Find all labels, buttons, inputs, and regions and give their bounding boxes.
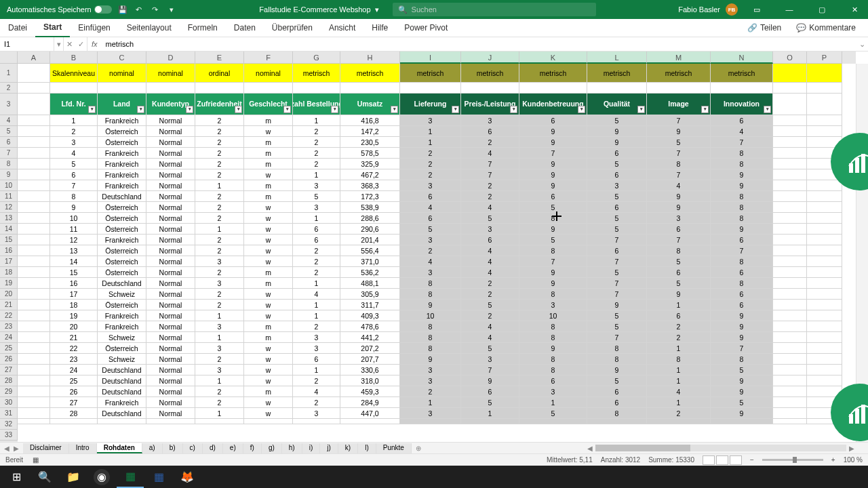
cell[interactable] [773,408,807,419]
cell[interactable] [773,202,807,213]
spreadsheet-grid[interactable]: ABCDEFGHIJKLMNOP 12345678910111213141516… [0,52,868,442]
cell[interactable]: 3 [195,256,244,267]
cell[interactable]: metrisch [340,64,400,83]
table-header[interactable]: Geschlecht▾ [244,94,293,115]
cell[interactable] [340,419,400,424]
cell[interactable]: 3 [461,354,519,365]
filter-dropdown-icon[interactable]: ▾ [137,106,144,113]
cell[interactable]: 8 [519,213,587,224]
cell[interactable] [773,256,807,267]
cell[interactable]: 26 [50,386,98,397]
cell[interactable]: 4 [293,289,340,300]
cell[interactable]: 8 [400,321,461,332]
cell[interactable]: 13 [50,245,98,256]
cell[interactable]: 1 [195,180,244,191]
cell[interactable]: 20 [50,321,98,332]
cell[interactable]: 284,9 [340,397,400,408]
cell[interactable]: 1 [293,365,340,375]
cell[interactable]: 1 [519,397,587,408]
cell[interactable]: Frankreich [98,321,146,332]
cell[interactable]: 7 [647,115,711,126]
cell[interactable]: 1 [400,137,461,148]
cell[interactable]: 311,7 [340,300,400,310]
cell[interactable]: Skalenniveau [50,64,98,83]
cell[interactable]: 8 [711,354,773,365]
cell[interactable]: 1 [647,300,711,310]
cell[interactable] [50,419,98,424]
cell[interactable]: 207,7 [340,354,400,365]
cell[interactable] [807,115,842,126]
ribbon-tab-ansicht[interactable]: Ansicht [321,19,363,37]
cell[interactable]: 4 [461,332,519,343]
cell[interactable]: 3 [400,375,461,386]
row-header[interactable]: 11 [0,191,18,202]
cell[interactable]: Normal [146,321,195,332]
cell[interactable]: 2 [195,148,244,159]
cell[interactable]: Österreich [98,137,146,148]
cell[interactable]: 2 [195,267,244,278]
cell[interactable]: 8 [711,202,773,213]
obs-icon[interactable]: ◉ [94,469,110,485]
close-button[interactable]: ✕ [841,0,868,19]
cell[interactable]: 2 [461,310,519,321]
cell[interactable]: 2 [195,115,244,126]
cell[interactable]: 4 [647,180,711,191]
cell[interactable]: w [244,310,293,321]
cell[interactable] [773,224,807,235]
cell[interactable] [773,64,807,83]
cell[interactable]: Normal [146,408,195,419]
cell[interactable] [18,386,50,397]
cell[interactable]: 368,3 [340,180,400,191]
cell[interactable]: 2 [461,278,519,289]
cell[interactable] [773,343,807,354]
cell[interactable]: 7 [647,169,711,180]
cell[interactable] [773,137,807,148]
cell[interactable]: 3 [519,386,587,397]
cell[interactable]: Deutschland [98,375,146,386]
cell[interactable]: 8 [711,159,773,169]
cell[interactable]: 5 [519,202,587,213]
cell[interactable]: 11 [50,224,98,235]
cell[interactable]: Normal [146,332,195,343]
cell[interactable]: Frankreich [98,115,146,126]
cell[interactable] [807,375,842,386]
cell[interactable]: 16 [50,278,98,289]
ribbon-tab-daten[interactable]: Daten [226,19,264,37]
cell[interactable] [519,83,587,94]
cell[interactable] [18,245,50,256]
column-header[interactable]: E [195,52,244,64]
filter-dropdown-icon[interactable]: ▾ [578,106,585,113]
sheet-nav-prev-icon[interactable]: ◀ [4,445,9,452]
cell[interactable]: 2 [293,245,340,256]
cell[interactable]: 22 [50,343,98,354]
cell[interactable] [18,126,50,137]
column-header[interactable]: B [50,52,98,64]
cell[interactable]: metrisch [400,64,461,83]
cell[interactable] [18,419,50,424]
cell[interactable]: 25 [50,375,98,386]
cell[interactable]: 10 [50,213,98,224]
cell[interactable]: 6 [587,386,647,397]
cell[interactable] [18,256,50,267]
ribbon-tab-datei[interactable]: Datei [0,19,35,37]
cell[interactable]: 488,1 [340,278,400,289]
cell[interactable]: 8 [519,245,587,256]
sheet-tab[interactable]: e) [223,443,243,453]
cell[interactable]: Normal [146,278,195,289]
cell[interactable]: 288,6 [340,213,400,224]
column-header[interactable]: F [244,52,293,64]
cell[interactable]: 2 [293,321,340,332]
cell[interactable]: 5 [587,159,647,169]
cell[interactable]: m [244,137,293,148]
taskbar-search-icon[interactable]: 🔍 [31,466,58,488]
sheet-tab[interactable]: d) [203,443,223,453]
cell[interactable]: 8 [647,245,711,256]
column-header[interactable]: N [711,52,773,64]
table-header[interactable]: Innovation▾ [711,94,773,115]
cell[interactable]: 2 [195,137,244,148]
sheet-tab[interactable]: j) [320,443,338,453]
cell[interactable]: 6 [711,235,773,245]
cell[interactable]: m [244,115,293,126]
cell[interactable]: Normal [146,191,195,202]
cell[interactable]: 9 [711,321,773,332]
